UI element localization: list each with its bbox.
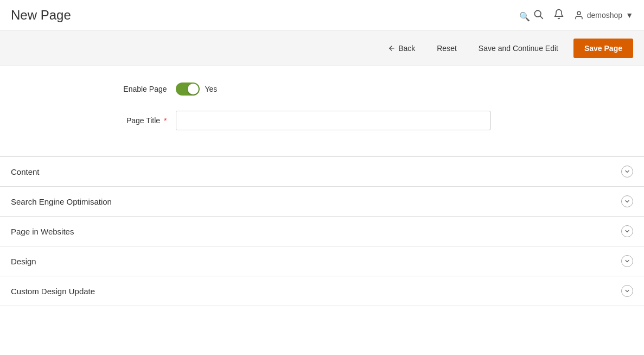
user-menu[interactable]: demoshop ▼ [574, 10, 633, 20]
bell-icon[interactable] [553, 9, 564, 22]
svg-point-0 [534, 10, 541, 17]
section-title-custom-design: Custom Design Update [11, 287, 95, 296]
page-title-label: Page Title * [78, 116, 176, 125]
search-icon[interactable] [519, 9, 544, 22]
section-title-design: Design [11, 257, 36, 266]
back-arrow-icon [388, 45, 396, 52]
section-title-page-in-websites: Page in Websites [11, 227, 74, 236]
page-title-input[interactable] [176, 111, 490, 130]
enable-page-toggle[interactable] [176, 83, 200, 96]
chevron-down-icon-design [621, 255, 633, 267]
page-title-row: Page Title * [78, 111, 566, 130]
section-custom-design[interactable]: Custom Design Update [0, 276, 644, 306]
svg-line-1 [540, 16, 543, 18]
enable-page-toggle-container: Yes [176, 83, 218, 96]
toggle-value-label: Yes [205, 85, 218, 93]
toolbar: Back Reset Save and Continue Edit Save P… [0, 31, 644, 66]
chevron-down-icon-content [621, 166, 633, 178]
section-design[interactable]: Design [0, 246, 644, 276]
section-page-in-websites[interactable]: Page in Websites [0, 217, 644, 246]
svg-point-2 [577, 11, 581, 15]
reset-button[interactable]: Reset [430, 40, 463, 57]
enable-page-row: Enable Page Yes [78, 83, 566, 96]
save-continue-button[interactable]: Save and Continue Edit [472, 40, 565, 57]
toggle-thumb [188, 84, 199, 94]
section-seo[interactable]: Search Engine Optimisation [0, 187, 644, 217]
back-button[interactable]: Back [381, 40, 422, 57]
chevron-down-icon-page-in-websites [621, 225, 633, 237]
header: New Page demoshop ▼ [0, 0, 644, 31]
enable-page-label: Enable Page [78, 85, 176, 93]
user-icon [574, 10, 584, 20]
required-star: * [164, 116, 167, 125]
chevron-down-icon-seo [621, 195, 633, 207]
back-label: Back [398, 44, 415, 53]
save-page-button[interactable]: Save Page [573, 39, 633, 58]
reset-label: Reset [437, 44, 457, 53]
sections-container: ContentSearch Engine OptimisationPage in… [0, 156, 644, 306]
username: demoshop [587, 11, 622, 20]
main-content: Enable Page Yes Page Title * [0, 66, 644, 156]
chevron-down-icon-custom-design [621, 285, 633, 297]
section-title-seo: Search Engine Optimisation [11, 197, 112, 206]
section-content[interactable]: Content [0, 157, 644, 187]
section-title-content: Content [11, 167, 40, 176]
save-page-label: Save Page [584, 44, 622, 53]
user-dropdown-arrow: ▼ [626, 11, 633, 20]
save-continue-label: Save and Continue Edit [479, 44, 558, 53]
page-title: New Page [11, 8, 71, 23]
header-icons: demoshop ▼ [519, 9, 633, 22]
